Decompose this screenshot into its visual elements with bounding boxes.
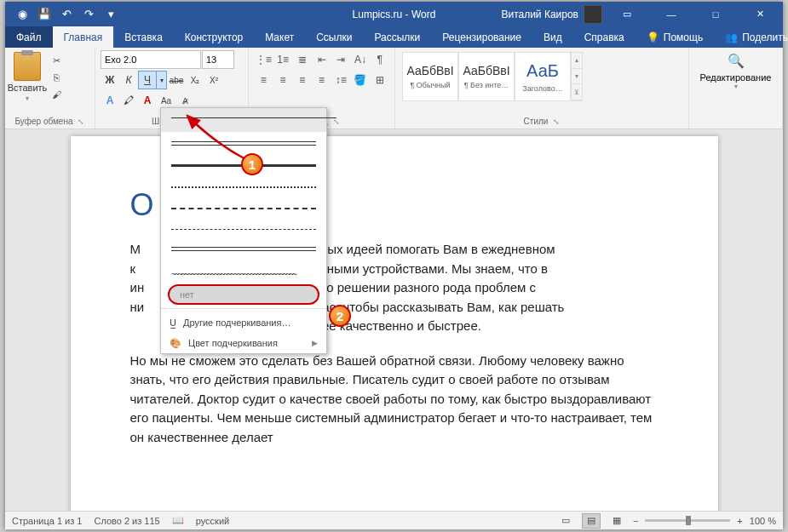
align-right-button[interactable]: ≡ (292, 71, 312, 89)
read-mode-icon[interactable]: ▭ (556, 513, 575, 529)
underline-icon: U̲ (170, 317, 176, 329)
autosave-icon[interactable]: ◉ (12, 4, 32, 25)
style-more-icon[interactable]: ⊻ (572, 84, 582, 100)
justify-button[interactable]: ≡ (312, 71, 331, 89)
underline-style-option[interactable] (171, 198, 316, 217)
undo-icon[interactable]: ↶ (56, 4, 77, 25)
spellcheck-icon[interactable]: 📖 (172, 515, 184, 526)
underline-style-option[interactable] (161, 108, 326, 132)
tab-design[interactable]: Конструктор (174, 26, 254, 48)
borders-button[interactable]: ⊞ (370, 71, 389, 89)
underline-style-dropdown: ~~~~~~~~~~~~~~~~~~~~~~~~~~~~~~~~~~~~~~ н… (160, 107, 327, 354)
dialog-launcher-icon[interactable]: ⤡ (333, 117, 340, 126)
underline-style-option[interactable] (171, 177, 316, 196)
style-nospacing[interactable]: АаБбВвІ ¶ Без инте… (458, 52, 515, 101)
doc-paragraph: Но мы не сможем это сделать без Вашей об… (130, 352, 659, 448)
window-title: Lumpics.ru - Word (353, 9, 436, 20)
status-words[interactable]: Слово 2 из 115 (94, 516, 159, 526)
dialog-launcher-icon[interactable]: ⤡ (553, 117, 560, 126)
underline-style-option[interactable]: ~~~~~~~~~~~~~~~~~~~~~~~~~~~~~~~~~~~~~~ (171, 262, 316, 281)
chevron-right-icon: ▶ (312, 339, 318, 347)
inc-indent-button[interactable]: ⇥ (331, 50, 351, 69)
copy-icon[interactable]: ⎘ (48, 70, 65, 85)
dec-indent-button[interactable]: ⇤ (312, 50, 331, 69)
minimize-button[interactable]: — (652, 2, 691, 26)
ribbon: Вставить ▾ ✂ ⎘ 🖌 Буфер обмена⤡ Exo 2.0 1… (5, 48, 783, 129)
highlight-button[interactable]: 🖍 (119, 91, 138, 110)
cut-icon[interactable]: ✂ (48, 53, 65, 68)
bullets-button[interactable]: ⋮≡ (254, 50, 273, 69)
style-heading1[interactable]: АаБ Заголово… (515, 52, 571, 101)
redo-icon[interactable]: ↷ (78, 4, 99, 25)
print-layout-icon[interactable]: ▤ (582, 513, 601, 529)
web-layout-icon[interactable]: ▦ (607, 513, 626, 529)
underline-style-option[interactable] (171, 241, 316, 260)
underline-color-item[interactable]: 🎨Цвет подчеркивания▶ (161, 333, 326, 353)
underline-style-option[interactable] (171, 134, 316, 153)
underline-button[interactable]: Ч (138, 71, 157, 89)
editing-button[interactable]: Редактирование (700, 72, 772, 83)
color-icon: 🎨 (170, 338, 181, 349)
titlebar: ◉ 💾 ↶ ↷ ▾ Lumpics.ru - Word Виталий Каир… (5, 2, 783, 26)
font-size-combo[interactable]: 13 (202, 50, 234, 69)
show-marks-button[interactable]: ¶ (370, 50, 389, 69)
underline-dropdown[interactable]: ▾ (157, 71, 167, 89)
user-name[interactable]: Виталий Каиров (501, 9, 578, 20)
align-left-button[interactable]: ≡ (254, 71, 273, 89)
zoom-level[interactable]: 100 % (750, 516, 776, 526)
dialog-launcher-icon[interactable]: ⤡ (78, 117, 84, 126)
superscript-button[interactable]: X² (204, 71, 223, 89)
callout-marker-2: 2 (329, 305, 351, 327)
document-area: О Мxxxxxxxxxxxxxxxxxxxxxxдержимых идеей … (5, 129, 783, 511)
paste-button[interactable]: Вставить ▾ (10, 50, 44, 102)
zoom-out-button[interactable]: − (633, 516, 638, 526)
group-styles: Стили (524, 117, 549, 126)
style-normal[interactable]: АаБбВвІ ¶ Обычный (402, 52, 458, 101)
italic-button[interactable]: К (119, 71, 138, 89)
avatar[interactable] (584, 5, 602, 24)
font-name-combo[interactable]: Exo 2.0 (101, 50, 201, 69)
save-icon[interactable]: 💾 (34, 4, 55, 25)
underline-none-option[interactable]: нет (168, 284, 319, 305)
underline-style-option[interactable] (171, 220, 316, 238)
group-clipboard: Буфер обмена (15, 117, 73, 126)
font-color-button[interactable]: A (138, 91, 157, 110)
tab-layout[interactable]: Макет (254, 26, 305, 48)
line-spacing-button[interactable]: ↕≡ (331, 71, 351, 89)
tab-file[interactable]: Файл (5, 26, 53, 48)
tab-help[interactable]: Справка (573, 26, 636, 48)
strike-button[interactable]: abe (167, 71, 186, 89)
tab-references[interactable]: Ссылки (305, 26, 363, 48)
callout-marker-1: 1 (241, 153, 263, 175)
close-button[interactable]: ✕ (740, 2, 779, 26)
status-lang[interactable]: русский (196, 516, 229, 526)
find-icon[interactable]: 🔍 (728, 53, 745, 69)
clipboard-icon (14, 52, 41, 81)
tab-home[interactable]: Главная (53, 26, 114, 48)
sort-button[interactable]: A↓ (351, 50, 371, 69)
ribbon-tabs: Файл Главная Вставка Конструктор Макет С… (5, 26, 783, 48)
numbering-button[interactable]: 1≡ (273, 50, 293, 69)
ribbon-options-icon[interactable]: ▭ (607, 2, 647, 26)
align-center-button[interactable]: ≡ (273, 71, 293, 89)
tab-view[interactable]: Вид (532, 26, 573, 48)
shading-button[interactable]: 🪣 (351, 71, 371, 89)
zoom-in-button[interactable]: + (737, 516, 742, 526)
style-down-icon[interactable]: ▾ (572, 69, 582, 85)
status-page[interactable]: Страница 1 из 1 (12, 516, 82, 526)
bold-button[interactable]: Ж (101, 71, 119, 89)
tab-mailings[interactable]: Рассылки (363, 26, 431, 48)
multilevel-button[interactable]: ≣ (292, 50, 312, 69)
tab-review[interactable]: Рецензирование (431, 26, 532, 48)
maximize-button[interactable]: □ (696, 2, 735, 26)
subscript-button[interactable]: X₂ (186, 71, 204, 89)
tab-insert[interactable]: Вставка (113, 26, 174, 48)
style-up-icon[interactable]: ▴ (572, 53, 582, 69)
tell-me[interactable]: 💡Помощь (636, 26, 714, 48)
more-underlines-item[interactable]: U̲Другие подчеркивания… (161, 312, 326, 333)
text-effects-button[interactable]: A (101, 91, 119, 110)
format-painter-icon[interactable]: 🖌 (48, 87, 65, 102)
zoom-slider[interactable] (645, 519, 730, 522)
qat-customize-icon[interactable]: ▾ (101, 4, 121, 25)
share-button[interactable]: 👥Поделиться (714, 26, 788, 48)
